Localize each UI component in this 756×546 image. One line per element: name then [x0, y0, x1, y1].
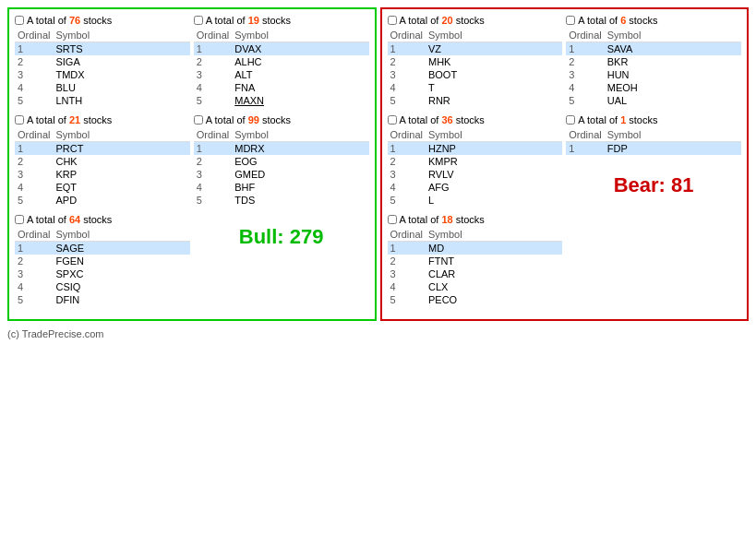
table-row: 1VZ: [388, 42, 563, 56]
table-row: 1SAVA: [566, 42, 741, 56]
table-row: 3GMED: [194, 168, 369, 181]
bull-group-19-header: A total of 19 stocks: [194, 15, 369, 26]
bear-total-label: Bear: 81: [566, 173, 741, 197]
table-row: 1PRCT: [15, 142, 190, 156]
bear-group-1-checkbox[interactable]: [566, 115, 575, 125]
main-container: A total of 76 stocks Ordinal Symbol 1SRT…: [7, 7, 749, 321]
bear-group-6-header: A total of 6 stocks: [566, 15, 741, 26]
table-row: 5LNTH: [15, 94, 190, 107]
col-header-symbol: Symbol: [605, 29, 741, 42]
bear-group-36-table: Ordinal Symbol 1HZNP 2KMPR 3RVLV 4AFG 5L: [388, 128, 563, 207]
table-row: 2KMPR: [388, 155, 563, 168]
table-row: 5L: [388, 194, 563, 207]
table-row: 1MD: [388, 242, 563, 255]
col-header-ordinal: Ordinal: [194, 128, 232, 142]
col-header-symbol: Symbol: [426, 128, 562, 142]
col-header-ordinal: Ordinal: [388, 128, 426, 142]
table-row: 4CLX: [388, 280, 563, 293]
bull-group-21-table: Ordinal Symbol 1PRCT 2CHK 3KRP 4EQT 5APD: [15, 128, 190, 207]
bull-total-label: Bull: 279: [194, 225, 369, 249]
bull-group-21-header: A total of 21 stocks: [15, 114, 190, 125]
bear-group-6-checkbox[interactable]: [566, 16, 575, 25]
bull-group-19-table: Ordinal Symbol 1DVAX 2ALHC 3ALT 4FNA 5MA…: [194, 29, 369, 107]
col-header-symbol: Symbol: [53, 228, 189, 242]
bear-group-36-checkbox[interactable]: [388, 115, 397, 125]
table-row: 2EOG: [194, 155, 369, 168]
table-row: 4CSIQ: [15, 280, 190, 293]
table-row: 2CHK: [15, 155, 190, 168]
table-row: 5APD: [15, 194, 190, 207]
bear-panel: A total of 20 stocks Ordinal Symbol 1VZ …: [380, 7, 750, 321]
bull-group-76-checkbox[interactable]: [15, 16, 24, 25]
bull-group-99-header: A total of 99 stocks: [194, 114, 369, 125]
col-header-symbol: Symbol: [605, 128, 741, 142]
bear-group-20: A total of 20 stocks Ordinal Symbol 1VZ …: [388, 15, 563, 107]
bull-group-64-table: Ordinal Symbol 1SAGE 2FGEN 3SPXC 4CSIQ 5…: [15, 228, 190, 306]
table-row: 2FTNT: [388, 255, 563, 267]
table-row: 5UAL: [566, 94, 741, 107]
bull-group-19-checkbox[interactable]: [194, 16, 203, 25]
bull-group-21-checkbox[interactable]: [15, 115, 24, 125]
bear-group-18: A total of 18 stocks Ordinal Symbol 1MD …: [388, 214, 563, 306]
table-row: 5MAXN: [194, 94, 369, 107]
bull-group-99-checkbox[interactable]: [194, 115, 203, 125]
table-row: 2ALHC: [194, 55, 369, 68]
table-row: 3KRP: [15, 168, 190, 181]
bull-group-64-header: A total of 64 stocks: [15, 214, 190, 225]
col-header-ordinal: Ordinal: [15, 29, 53, 42]
bear-group-18-checkbox[interactable]: [388, 215, 397, 224]
table-row: 1FDP: [566, 142, 741, 156]
table-row: 4T: [388, 81, 563, 94]
bull-panel: A total of 76 stocks Ordinal Symbol 1SRT…: [7, 7, 377, 321]
table-row: 5TDS: [194, 194, 369, 207]
bear-count: 81: [671, 173, 693, 196]
table-row: 2BKR: [566, 55, 741, 68]
footer-text: (c) TradePrecise.com: [7, 328, 104, 339]
bear-group-18-header: A total of 18 stocks: [388, 214, 563, 225]
table-row: 4BLU: [15, 81, 190, 94]
bear-panel-inner: A total of 20 stocks Ordinal Symbol 1VZ …: [388, 15, 742, 314]
bull-panel-inner: A total of 76 stocks Ordinal Symbol 1SRT…: [15, 15, 369, 314]
bear-group-36-header: A total of 36 stocks: [388, 114, 563, 125]
col-header-symbol: Symbol: [232, 128, 368, 142]
bear-group-6-table: Ordinal Symbol 1SAVA 2BKR 3HUN 4MEOH 5UA…: [566, 29, 741, 107]
bull-group-64-checkbox[interactable]: [15, 215, 24, 224]
bull-group-76-table: Ordinal Symbol 1SRTS 2SIGA 3TMDX 4BLU 5L…: [15, 29, 190, 107]
col-header-ordinal: Ordinal: [388, 29, 426, 42]
table-row: 2SIGA: [15, 55, 190, 68]
table-row: 4AFG: [388, 181, 563, 194]
table-row: 5DFIN: [15, 293, 190, 306]
table-row: 5PECO: [388, 293, 563, 306]
bull-count: 279: [290, 225, 324, 248]
bear-group-20-header: A total of 20 stocks: [388, 15, 563, 26]
table-row: 3SPXC: [15, 267, 190, 280]
table-row: 4FNA: [194, 81, 369, 94]
col-header-ordinal: Ordinal: [566, 128, 604, 142]
table-row: 1SAGE: [15, 242, 190, 255]
table-row: 1DVAX: [194, 42, 369, 56]
bear-group-1-header: A total of 1 stocks: [566, 114, 741, 125]
bear-group-20-table: Ordinal Symbol 1VZ 2MHK 3BOOT 4T 5RNR: [388, 29, 563, 107]
table-row: 3HUN: [566, 68, 741, 81]
table-row: 5RNR: [388, 94, 563, 107]
bull-group-99-table: Ordinal Symbol 1MDRX 2EOG 3GMED 4BHF 5TD…: [194, 128, 369, 207]
col-header-ordinal: Ordinal: [194, 29, 232, 42]
bull-group-19: A total of 19 stocks Ordinal Symbol 1DVA…: [194, 15, 369, 107]
col-header-symbol: Symbol: [426, 228, 562, 242]
bear-col-1: A total of 20 stocks Ordinal Symbol 1VZ …: [388, 15, 563, 314]
table-row: 3BOOT: [388, 68, 563, 81]
bull-group-76-header: A total of 76 stocks: [15, 15, 190, 26]
bull-group-21: A total of 21 stocks Ordinal Symbol 1PRC…: [15, 114, 190, 207]
table-row: 1HZNP: [388, 142, 563, 156]
col-header-ordinal: Ordinal: [388, 228, 426, 242]
bear-group-1: A total of 1 stocks Ordinal Symbol 1FDP: [566, 114, 741, 155]
table-row: 3TMDX: [15, 68, 190, 81]
table-row: 3RVLV: [388, 168, 563, 181]
table-row: 3CLAR: [388, 267, 563, 280]
table-row: 3ALT: [194, 68, 369, 81]
bull-group-76: A total of 76 stocks Ordinal Symbol 1SRT…: [15, 15, 190, 107]
bear-group-6: A total of 6 stocks Ordinal Symbol 1SAVA…: [566, 15, 741, 107]
col-header-symbol: Symbol: [426, 29, 562, 42]
bear-group-20-checkbox[interactable]: [388, 16, 397, 25]
bear-group-36: A total of 36 stocks Ordinal Symbol 1HZN…: [388, 114, 563, 207]
